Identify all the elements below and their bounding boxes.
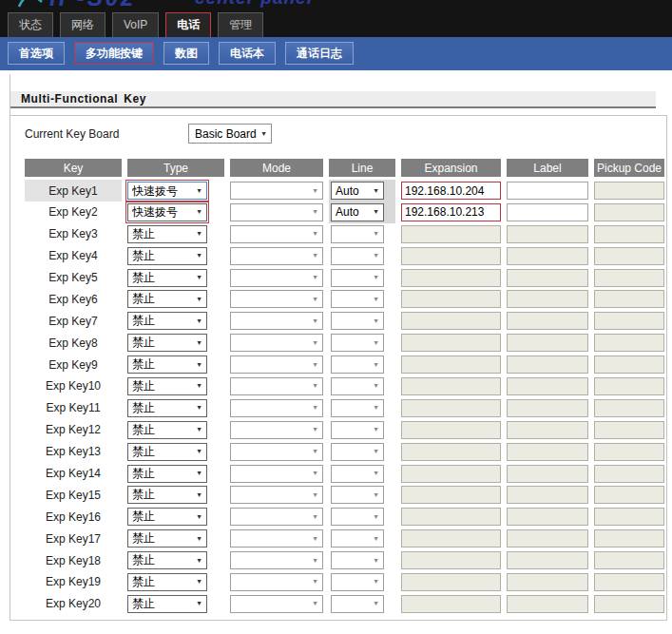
dropdown-arrow-icon: ▼ — [373, 491, 379, 499]
type-cell: 快速拨号▼ — [127, 180, 224, 202]
type-select[interactable]: 禁止▼ — [127, 399, 207, 417]
key-cell: Exp Key2 — [25, 202, 122, 223]
mode-select[interactable]: ▼ — [230, 465, 323, 483]
type-select-value: 禁止 — [132, 313, 155, 329]
type-select[interactable]: 禁止▼ — [127, 269, 207, 287]
line-select[interactable]: ▼ — [331, 486, 384, 504]
dropdown-arrow-icon: ▼ — [373, 404, 379, 412]
mode-select[interactable]: ▼ — [230, 355, 323, 374]
table-row: Exp Key6禁止▼▼▼ — [25, 288, 664, 310]
tab-status[interactable]: 状态 — [8, 12, 53, 37]
line-select[interactable]: Auto▼ — [331, 182, 384, 200]
pickup-code-input — [594, 508, 664, 526]
type-select[interactable]: 禁止▼ — [127, 377, 207, 395]
table-row: Exp Key19禁止▼▼▼ — [25, 571, 664, 593]
subnav-item-digit-map[interactable]: 数图 — [163, 42, 209, 65]
subnav-item-call-log[interactable]: 通话日志 — [285, 42, 354, 65]
tab-voip[interactable]: VoIP — [112, 12, 159, 37]
type-select[interactable]: 禁止▼ — [127, 290, 207, 308]
type-cell: 禁止▼ — [127, 245, 224, 267]
pickup-code-input — [594, 225, 664, 243]
type-select[interactable]: 禁止▼ — [127, 355, 207, 374]
mode-select[interactable]: ▼ — [230, 595, 323, 613]
type-select[interactable]: 禁止▼ — [127, 247, 207, 265]
mode-select[interactable]: ▼ — [230, 443, 323, 461]
section-header: Multi-Functional Key — [10, 91, 656, 108]
type-select[interactable]: 快速拨号▼ — [127, 203, 207, 221]
type-select[interactable]: 禁止▼ — [127, 508, 207, 526]
label-input[interactable] — [507, 203, 588, 221]
line-select[interactable]: ▼ — [331, 551, 384, 569]
line-select[interactable]: ▼ — [331, 312, 384, 330]
table-row: Exp Key4禁止▼▼▼ — [25, 245, 664, 267]
line-select[interactable]: ▼ — [331, 573, 384, 591]
subnav-item-multi-functional-key[interactable]: 多功能按键 — [74, 42, 154, 65]
key-cell: Exp Key10 — [25, 375, 122, 397]
app-window: IP-S02 center panel 状态网络VoIP电话管理 首选项多功能按… — [0, 0, 672, 634]
type-select[interactable]: 禁止▼ — [127, 465, 207, 483]
mode-select[interactable]: ▼ — [230, 508, 323, 526]
mode-select[interactable]: ▼ — [230, 486, 323, 504]
type-select[interactable]: 禁止▼ — [127, 573, 207, 591]
key-cell: Exp Key8 — [25, 332, 122, 354]
mode-select[interactable]: ▼ — [230, 573, 323, 591]
line-select[interactable]: ▼ — [331, 334, 384, 352]
line-select[interactable]: ▼ — [331, 421, 384, 439]
line-select[interactable]: ▼ — [331, 465, 384, 483]
line-select[interactable]: ▼ — [331, 377, 384, 395]
type-cell: 禁止▼ — [127, 267, 224, 289]
table-header-row: KeyTypeModeLineExpansionLabelPickup Code — [25, 159, 664, 177]
line-select[interactable]: ▼ — [331, 247, 384, 265]
label-input — [507, 486, 588, 504]
expansion-input[interactable] — [401, 203, 501, 221]
mode-select[interactable]: ▼ — [230, 290, 323, 308]
type-select[interactable]: 快速拨号▼ — [127, 182, 207, 200]
subnav-item-preferences[interactable]: 首选项 — [8, 42, 65, 65]
type-select[interactable]: 禁止▼ — [127, 551, 207, 569]
mode-select[interactable]: ▼ — [230, 529, 323, 548]
dropdown-arrow-icon: ▼ — [373, 360, 379, 368]
mode-select[interactable]: ▼ — [230, 225, 323, 243]
current-keyboard-select[interactable]: Basic Board ▼ — [188, 124, 272, 144]
mode-select[interactable]: ▼ — [230, 182, 323, 200]
line-select[interactable]: ▼ — [331, 290, 384, 308]
type-select[interactable]: 禁止▼ — [127, 529, 207, 548]
mode-select[interactable]: ▼ — [230, 551, 323, 569]
tab-network[interactable]: 网络 — [60, 12, 106, 37]
mode-select[interactable]: ▼ — [230, 312, 323, 330]
line-select[interactable]: ▼ — [331, 399, 384, 417]
type-select[interactable]: 禁止▼ — [127, 443, 207, 461]
line-cell: ▼ — [329, 484, 395, 506]
mode-select[interactable]: ▼ — [230, 334, 323, 352]
tab-phone[interactable]: 电话 — [165, 12, 211, 37]
type-select[interactable]: 禁止▼ — [127, 334, 207, 352]
line-select[interactable]: ▼ — [331, 225, 384, 243]
mode-select[interactable]: ▼ — [230, 377, 323, 395]
type-select[interactable]: 禁止▼ — [127, 225, 207, 243]
line-select[interactable]: ▼ — [331, 595, 384, 613]
line-select[interactable]: ▼ — [331, 508, 384, 526]
label-input[interactable] — [507, 182, 588, 200]
top-header: IP-S02 center panel 状态网络VoIP电话管理 — [0, 0, 672, 37]
expansion-input[interactable] — [401, 182, 501, 200]
tab-admin[interactable]: 管理 — [218, 12, 263, 37]
mode-select[interactable]: ▼ — [230, 421, 323, 439]
expansion-input — [401, 247, 501, 265]
mode-select[interactable]: ▼ — [230, 203, 323, 221]
line-select[interactable]: ▼ — [331, 443, 384, 461]
label-input — [507, 334, 588, 352]
line-select[interactable]: ▼ — [331, 529, 384, 548]
type-select-value: 禁止 — [132, 422, 155, 438]
line-select[interactable]: ▼ — [331, 355, 384, 374]
mode-select[interactable]: ▼ — [230, 269, 323, 287]
type-select[interactable]: 禁止▼ — [127, 595, 207, 613]
type-select[interactable]: 禁止▼ — [127, 486, 207, 504]
dropdown-arrow-icon: ▼ — [373, 208, 379, 216]
line-select[interactable]: Auto▼ — [331, 203, 384, 221]
line-select[interactable]: ▼ — [331, 269, 384, 287]
type-select[interactable]: 禁止▼ — [127, 421, 207, 439]
type-select[interactable]: 禁止▼ — [127, 312, 207, 330]
mode-select[interactable]: ▼ — [230, 399, 323, 417]
subnav-item-phonebook[interactable]: 电话本 — [219, 42, 276, 65]
mode-select[interactable]: ▼ — [230, 247, 323, 265]
